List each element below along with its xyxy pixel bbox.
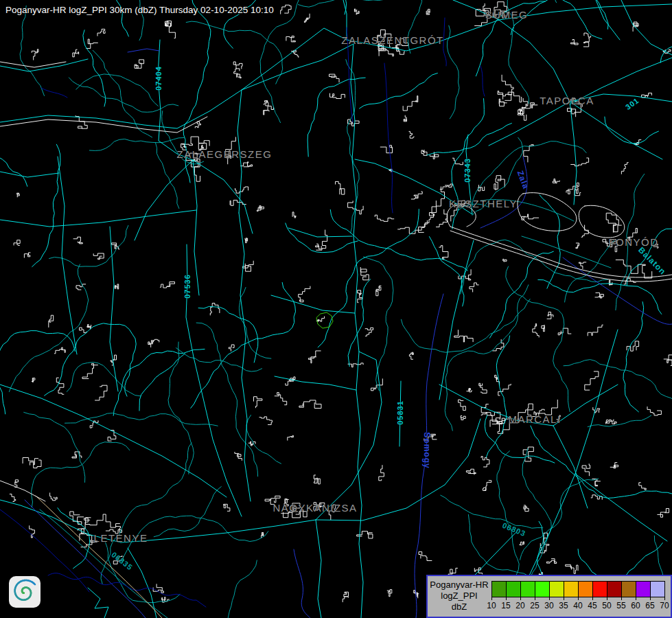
map-detail — [558, 328, 571, 335]
map-detail — [358, 290, 362, 303]
map-detail — [291, 50, 298, 57]
map-detail — [76, 74, 159, 106]
roads-layer — [0, 0, 672, 618]
map-detail — [187, 560, 257, 618]
map-detail — [566, 183, 579, 194]
map-detail — [483, 481, 491, 491]
legend-tick-label: 45 — [588, 601, 596, 610]
map-detail — [32, 49, 38, 60]
map-detail — [165, 21, 175, 38]
legend-tick-label: 15 — [501, 601, 510, 610]
map-detail — [298, 0, 426, 7]
map-detail — [65, 413, 218, 426]
map-detail — [168, 342, 194, 474]
river-south-center — [294, 549, 310, 618]
map-detail — [591, 495, 602, 500]
map-detail — [404, 115, 406, 122]
map-detail — [24, 253, 30, 258]
map-detail — [82, 363, 98, 378]
map-detail — [547, 312, 553, 319]
map-detail — [494, 176, 505, 190]
map-detail — [259, 417, 273, 425]
river-somogy-boundary — [415, 294, 443, 618]
weather-service-spiral-logo-icon — [9, 576, 40, 608]
legend-tick-label: 60 — [631, 601, 640, 610]
legend-swatch — [621, 581, 636, 597]
map-detail — [135, 60, 144, 69]
map-detail — [70, 512, 84, 525]
map-detail — [97, 29, 105, 36]
map-detail — [409, 131, 414, 138]
map-detail — [246, 415, 281, 464]
map-detail — [664, 355, 672, 366]
map-detail — [95, 385, 107, 400]
lake-area-streams — [40, 199, 611, 618]
map-detail — [486, 336, 509, 457]
map-detail — [234, 69, 242, 78]
map-detail — [422, 214, 434, 227]
map-detail — [32, 378, 35, 382]
legend-tick-label: 30 — [544, 601, 553, 610]
map-detail — [264, 101, 268, 106]
map-detail — [606, 213, 621, 232]
map-detail — [354, 9, 359, 14]
map-detail — [226, 137, 236, 164]
map-detail — [257, 206, 264, 211]
map-detail — [461, 415, 465, 420]
legend-swatch — [535, 581, 550, 597]
map-detail — [467, 389, 472, 392]
river-below-fonyod — [563, 258, 672, 324]
map-detail — [378, 44, 393, 56]
map-detail — [365, 328, 373, 336]
map-detail — [503, 259, 507, 262]
map-detail — [115, 284, 119, 289]
map-detail — [49, 315, 54, 327]
map-detail — [571, 158, 589, 166]
map-detail — [439, 246, 448, 260]
legend-swatch — [506, 581, 521, 597]
map-detail — [524, 145, 533, 162]
map-detail — [15, 480, 19, 488]
map-detail — [286, 377, 295, 385]
map-detail — [86, 514, 120, 527]
map-detail — [481, 457, 489, 467]
map-detail — [275, 393, 286, 405]
map-detail — [588, 415, 651, 427]
map-detail — [379, 466, 384, 481]
map-detail — [520, 479, 599, 560]
map-detail — [76, 284, 86, 290]
map-detail — [316, 244, 322, 249]
map-detail — [72, 452, 82, 458]
road-network-south-east — [0, 44, 667, 618]
map-detail — [224, 504, 230, 511]
map-detail — [424, 434, 437, 440]
map-detail — [73, 49, 79, 57]
legend-tick-label: 65 — [645, 601, 654, 610]
legend-tick-mark — [491, 597, 492, 600]
map-detail — [288, 435, 294, 440]
map-detail — [402, 299, 531, 353]
map-detail — [375, 215, 394, 221]
map-detail — [364, 257, 393, 391]
map-detail — [80, 328, 86, 333]
map-detail — [30, 460, 41, 468]
road-network-west — [0, 157, 356, 516]
map-detail — [639, 483, 646, 490]
map-detail — [518, 400, 557, 422]
railway-lines — [0, 62, 207, 501]
radar-map-view: SÜMEGZALASZENTGRÓTTAPOLCAZALAEGERSZEGKES… — [0, 0, 672, 618]
map-detail — [73, 237, 82, 244]
map-detail — [472, 141, 586, 207]
map-detail — [533, 323, 539, 337]
map-detail — [186, 21, 283, 84]
map-detail — [343, 592, 348, 602]
map-detail — [557, 415, 560, 422]
map-detail — [459, 400, 466, 411]
map-detail — [441, 495, 543, 528]
legend-swatch — [650, 581, 665, 597]
map-detail — [593, 408, 600, 413]
legend-unit: dbZ — [429, 602, 489, 613]
legend-tick-label: 25 — [530, 601, 539, 610]
settlements-layer — [0, 62, 672, 501]
radar-title: Poganyvar-HR logZ_PPI 30km (dbZ) Thursda… — [5, 5, 274, 15]
